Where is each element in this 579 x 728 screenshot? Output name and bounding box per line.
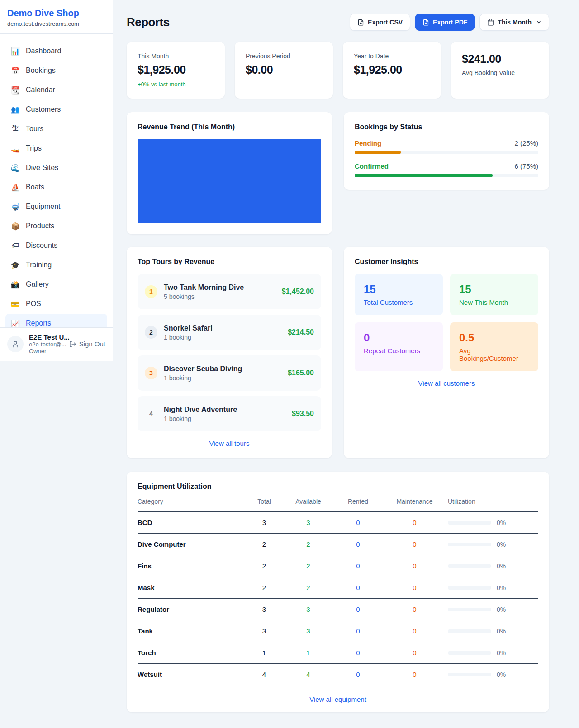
table-row: Wetsuit 4 4 0 0 0%	[138, 664, 538, 685]
status-progress-track	[355, 151, 538, 154]
table-row: Tank 3 3 0 0 0%	[138, 620, 538, 642]
sign-out-button[interactable]: Sign Out	[69, 340, 105, 348]
sidebar-item-equipment[interactable]: 🤿Equipment	[5, 197, 107, 216]
insight-label: Total Customers	[364, 298, 434, 306]
list-item[interactable]: 1 Two Tank Morning Dive 5 bookings $1,45…	[138, 274, 321, 309]
sidebar-item-calendar[interactable]: 📆Calendar	[5, 80, 107, 99]
brand-name[interactable]: Demo Dive Shop	[7, 7, 105, 19]
insight-repeat-customers: 0 Repeat Customers	[355, 322, 443, 371]
insight-new-this-month: 15 New This Month	[450, 274, 538, 315]
stat-label: This Month	[138, 52, 214, 60]
tag-icon: 🏷	[11, 241, 20, 250]
sidebar-item-tours[interactable]: 🏝Tours	[5, 119, 107, 138]
sidebar-item-trips[interactable]: 🚤Trips	[5, 139, 107, 158]
stat-delta: +0% vs last month	[138, 81, 214, 88]
status-count: 2 (25%)	[514, 139, 538, 147]
cell-rented: 0	[332, 577, 384, 599]
sidebar-item-dashboard[interactable]: 📊Dashboard	[5, 42, 107, 61]
view-all-tours-link[interactable]: View all tours	[138, 440, 321, 447]
table-row: Fins 2 2 0 0 0%	[138, 555, 538, 577]
cell-category: Mask	[138, 577, 244, 599]
sidebar-item-label: Products	[26, 222, 54, 230]
status-progress-fill	[355, 151, 401, 154]
rank-badge: 4	[145, 407, 157, 420]
view-all-customers-link[interactable]: View all customers	[355, 379, 538, 387]
utilization-bar	[448, 651, 491, 655]
tour-name: Two Tank Morning Dive	[164, 284, 275, 292]
insight-label: Repeat Customers	[364, 347, 434, 355]
sidebar-item-label: POS	[26, 300, 41, 308]
cell-available: 3	[285, 620, 332, 642]
sidebar-item-bookings[interactable]: 📅Bookings	[5, 61, 107, 80]
tour-bookings: 1 booking	[164, 374, 281, 382]
sidebar-item-pos[interactable]: 💳POS	[5, 294, 107, 313]
table-row: Dive Computer 2 2 0 0 0%	[138, 534, 538, 555]
sidebar-item-boats[interactable]: ⛵Boats	[5, 178, 107, 197]
brand-domain: demo.test.divestreams.com	[7, 20, 105, 27]
sidebar-item-label: Gallery	[26, 280, 49, 288]
sidebar-item-discounts[interactable]: 🏷Discounts	[5, 236, 107, 255]
export-csv-button[interactable]: Export CSV	[350, 14, 410, 31]
cell-category: Tank	[138, 620, 244, 642]
sailboat-icon: ⛵	[11, 183, 20, 192]
sidebar-item-label: Boats	[26, 183, 44, 191]
insight-value: 15	[364, 283, 434, 296]
cell-maintenance: 0	[384, 620, 445, 642]
page-header: Reports Export CSV Export PDF This Month	[127, 14, 549, 31]
status-label: Pending	[355, 139, 381, 147]
equipment-table: Category Total Available Rented Maintena…	[138, 493, 538, 685]
sidebar-item-label: Dive Sites	[26, 164, 58, 172]
tour-revenue: $93.50	[292, 410, 314, 418]
status-row-pending: Pending 2 (25%)	[355, 139, 538, 154]
cell-maintenance: 0	[384, 512, 445, 534]
tour-name: Snorkel Safari	[164, 324, 281, 332]
sidebar-item-training[interactable]: 🎓Training	[5, 255, 107, 274]
cell-utilization: 0%	[497, 606, 506, 613]
cell-available: 1	[285, 642, 332, 664]
table-row: Mask 2 2 0 0 0%	[138, 577, 538, 599]
brand-block: Demo Dive Shop demo.test.divestreams.com	[0, 0, 113, 34]
equipment-utilization-card: Equipment Utilization Category Total Ava…	[127, 472, 549, 712]
sidebar-item-reports[interactable]: 📈Reports	[5, 314, 107, 327]
cell-utilization: 0%	[497, 563, 506, 570]
cell-available: 2	[285, 534, 332, 555]
cell-rented: 0	[332, 664, 384, 685]
sign-out-icon	[69, 340, 76, 348]
sidebar-item-gallery[interactable]: 📸Gallery	[5, 275, 107, 294]
cell-utilization: 0%	[497, 584, 506, 591]
list-item[interactable]: 2 Snorkel Safari 1 booking $214.50	[138, 315, 321, 350]
utilization-bar	[448, 564, 491, 568]
sidebar-item-dive-sites[interactable]: 🌊Dive Sites	[5, 158, 107, 177]
col-header-category: Category	[138, 493, 244, 512]
view-all-equipment-link[interactable]: View all equipment	[138, 695, 538, 703]
stat-value: $241.00	[462, 52, 538, 66]
table-header-row: Category Total Available Rented Maintena…	[138, 493, 538, 512]
cell-rented: 0	[332, 555, 384, 577]
cell-utilization: 0%	[497, 541, 506, 548]
cell-available: 3	[285, 512, 332, 534]
insight-label: Avg Bookings/Customer	[459, 347, 529, 362]
status-progress-fill	[355, 174, 493, 177]
sidebar-item-products[interactable]: 📦Products	[5, 217, 107, 236]
cell-available: 2	[285, 555, 332, 577]
insight-avg-bookings: 0.5 Avg Bookings/Customer	[450, 322, 538, 371]
status-count: 6 (75%)	[514, 162, 538, 170]
graduation-cap-icon: 🎓	[11, 261, 20, 269]
export-pdf-button[interactable]: Export PDF	[415, 14, 475, 31]
utilization-bar	[448, 629, 491, 633]
sidebar: Demo Dive Shop demo.test.divestreams.com…	[0, 0, 113, 361]
cell-available: 3	[285, 599, 332, 620]
stat-value: $1,925.00	[138, 63, 214, 76]
cell-category: Wetsuit	[138, 664, 244, 685]
stat-label: Year to Date	[354, 52, 430, 60]
list-item[interactable]: 4 Night Dive Adventure 1 booking $93.50	[138, 396, 321, 431]
insight-value: 0	[364, 331, 434, 344]
sidebar-item-customers[interactable]: 👥Customers	[5, 100, 107, 119]
period-dropdown[interactable]: This Month	[479, 14, 549, 31]
stat-label: Avg Booking Value	[462, 69, 538, 76]
cell-rented: 0	[332, 642, 384, 664]
sidebar-item-label: Trips	[26, 144, 42, 152]
customer-insights-card: Customer Insights 15 Total Customers 15 …	[344, 247, 549, 458]
user-role: Owner	[29, 348, 64, 355]
list-item[interactable]: 3 Discover Scuba Diving 1 booking $165.0…	[138, 355, 321, 391]
